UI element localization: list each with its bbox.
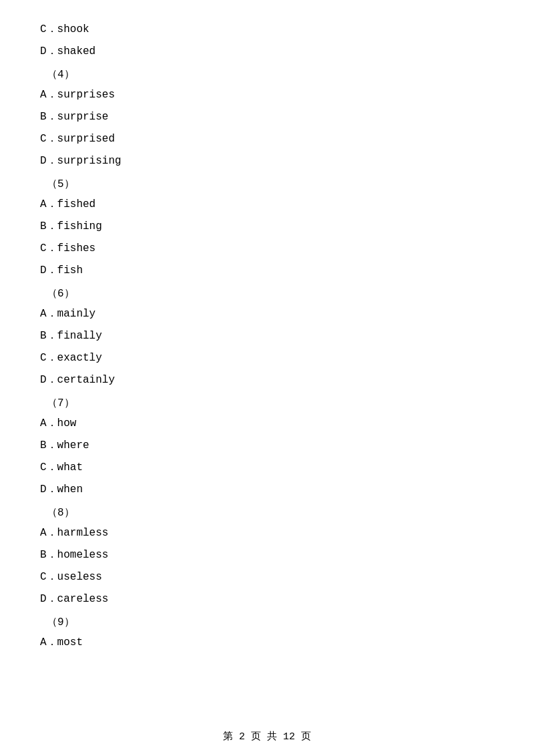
list-item: C．fishes <box>40 239 494 258</box>
list-item: D．careless <box>40 590 494 609</box>
list-item: A．mainly <box>40 305 494 324</box>
list-item: A．harmless <box>40 524 494 543</box>
list-item: C．shook <box>40 20 494 39</box>
list-item: D．when <box>40 480 494 500</box>
item-label: A．how <box>40 417 76 429</box>
item-label: D．fish <box>40 264 83 276</box>
list-item: B．finally <box>40 327 494 346</box>
list-item: A．fished <box>40 195 494 214</box>
list-item: C．surprised <box>40 130 494 149</box>
item-label: A．most <box>40 636 83 648</box>
list-item: A．surprises <box>40 85 494 105</box>
item-label: D．certainly <box>40 374 115 386</box>
group-label: （9） <box>40 613 494 632</box>
item-label: C．exactly <box>40 352 102 364</box>
item-label: C．shook <box>40 23 89 35</box>
item-label: D．when <box>40 484 83 496</box>
group-label: （8） <box>40 504 494 523</box>
list-item: D．shaked <box>40 42 494 61</box>
list-item: A．how <box>40 414 494 433</box>
group-label: （5） <box>40 175 494 194</box>
list-item: B．homeless <box>40 546 494 565</box>
list-item: A．most <box>40 633 494 652</box>
page-footer: 第 2 页 共 12 页 <box>0 730 534 743</box>
item-label: A．harmless <box>40 527 108 539</box>
group-label: （7） <box>40 394 494 413</box>
item-label: B．homeless <box>40 549 108 561</box>
list-item: B．fishing <box>40 217 494 236</box>
main-content: C．shook D．shaked （4） A．surprises B．surpr… <box>0 0 534 695</box>
item-label: C．useless <box>40 571 102 583</box>
item-label: B．where <box>40 439 89 451</box>
list-item: D．certainly <box>40 371 494 390</box>
item-label: C．what <box>40 461 83 474</box>
list-item: B．where <box>40 436 494 455</box>
list-item: C．what <box>40 458 494 478</box>
item-label: A．fished <box>40 198 95 210</box>
item-label: A．mainly <box>40 308 95 320</box>
item-label: B．surprise <box>40 111 108 123</box>
item-label: D．surprising <box>40 155 121 167</box>
group-label: （6） <box>40 285 494 304</box>
list-item: B．surprise <box>40 108 494 127</box>
list-item: C．exactly <box>40 349 494 368</box>
group-label: （4） <box>40 65 494 85</box>
page-number: 第 2 页 共 12 页 <box>223 731 311 743</box>
item-label: B．finally <box>40 330 102 342</box>
item-label: C．surprised <box>40 133 115 145</box>
list-item: C．useless <box>40 568 494 587</box>
list-item: D．surprising <box>40 152 494 171</box>
item-label: C．fishes <box>40 242 95 254</box>
item-label: D．careless <box>40 593 108 605</box>
item-label: D．shaked <box>40 45 95 57</box>
list-item: D．fish <box>40 261 494 280</box>
item-label: A．surprises <box>40 89 115 101</box>
item-label: B．fishing <box>40 220 102 232</box>
